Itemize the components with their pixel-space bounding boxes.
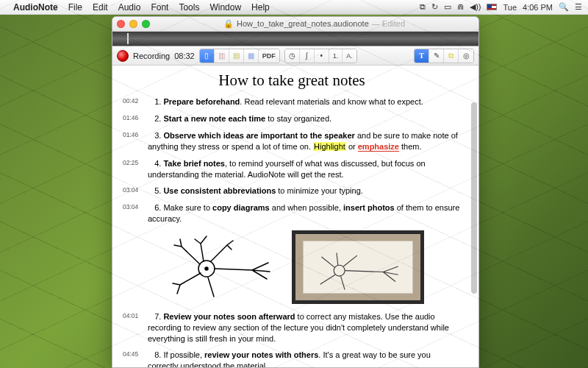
highlighted-text: Highlight: [313, 142, 346, 151]
clock-time: 4:06 PM: [523, 3, 553, 12]
alpha-tool[interactable]: A.: [343, 49, 356, 63]
sync-icon[interactable]: ↻: [431, 2, 438, 12]
zoom-icon[interactable]: [142, 20, 150, 28]
menu-tools[interactable]: Tools: [179, 2, 199, 13]
spotlight-icon[interactable]: 🔍: [559, 2, 569, 12]
menubar-app-name[interactable]: AudioNote: [13, 2, 58, 13]
pencil-tool[interactable]: ✎: [429, 49, 444, 63]
lock-icon: 🔒: [223, 19, 234, 29]
recording-label: Recording: [133, 52, 170, 60]
close-icon[interactable]: [117, 20, 125, 28]
macos-menubar: AudioNote File Edit Audio Font Tools Win…: [0, 0, 588, 15]
edited-label: — Edited: [372, 19, 405, 29]
draw-group: T ✎ ⧉ ◎: [414, 49, 474, 63]
diagram-row: [159, 230, 461, 304]
recording-time: 08:32: [174, 52, 195, 60]
dropbox-icon[interactable]: ⧉: [420, 2, 426, 12]
window-filename: How_to_take_great_notes.audionote: [237, 19, 369, 29]
window-titlebar[interactable]: 🔒 How_to_take_great_notes.audionote — Ed…: [112, 17, 478, 32]
timestamp[interactable]: 03:04: [123, 185, 148, 197]
timestamp[interactable]: 01:46: [123, 113, 148, 124]
insert-group: ◷ ∫ • 1. A.: [284, 49, 357, 63]
note-row: 04:45 8. If possible, review your notes …: [123, 350, 461, 367]
vertical-scrollbar[interactable]: [471, 102, 477, 294]
paper-lined[interactable]: ▤: [229, 49, 244, 63]
minimize-icon[interactable]: [129, 20, 137, 28]
note-row: 04:01 7. Review your notes soon afterwar…: [123, 311, 461, 344]
flag-icon[interactable]: [487, 4, 497, 10]
timestamp[interactable]: 02:25: [123, 158, 148, 180]
document-area[interactable]: How to take great notes 00:42 1. Prepare…: [112, 66, 478, 367]
app-window: 🔒 How_to_take_great_notes.audionote — Ed…: [112, 16, 479, 368]
note-row: 01:46 2. Start a new note each time to s…: [123, 113, 461, 124]
playhead[interactable]: [127, 33, 129, 44]
note-row: 03:04 5. Use consistent abbreviations to…: [123, 185, 461, 197]
volume-icon[interactable]: ◀)): [470, 2, 481, 12]
battery-icon[interactable]: ▭: [444, 2, 451, 12]
menu-edit[interactable]: Edit: [93, 2, 108, 13]
note-row: 03:04 6. Make sure to copy diagrams and …: [123, 202, 461, 224]
paper-narrow[interactable]: ▥: [215, 49, 229, 63]
paper-style-group: ▯ ▥ ▤ ▦ PDF: [199, 49, 280, 63]
timestamp-tool[interactable]: ◷: [285, 49, 300, 63]
integral-tool[interactable]: ∫: [300, 49, 315, 63]
paper-grid[interactable]: ▦: [244, 49, 259, 63]
svg-point-1: [205, 267, 208, 270]
note-row: 01:46 3. Observe which ideas are importa…: [123, 130, 461, 152]
export-pdf[interactable]: PDF: [259, 49, 279, 63]
drawer-icon[interactable]: ☰: [575, 2, 582, 12]
timestamp[interactable]: 04:45: [123, 350, 148, 367]
record-button[interactable]: [117, 50, 129, 62]
camera-tool[interactable]: ◎: [459, 49, 473, 63]
menu-help[interactable]: Help: [251, 2, 270, 13]
bullet-tool[interactable]: •: [315, 49, 329, 63]
toolbar: Recording 08:32 ▯ ▥ ▤ ▦ PDF ◷ ∫ • 1. A. …: [112, 46, 478, 66]
clock-day: Tue: [503, 3, 517, 12]
highlighter-tool[interactable]: ⧉: [444, 49, 459, 63]
timestamp[interactable]: 00:42: [123, 96, 148, 107]
neuron-sketch: [159, 233, 277, 301]
inserted-photo[interactable]: [292, 230, 424, 304]
timestamp[interactable]: 01:46: [123, 130, 148, 152]
note-row: 00:42 1. Prepare beforehand. Read releva…: [123, 96, 461, 107]
paper-blank[interactable]: ▯: [200, 49, 215, 63]
note-row: 02:25 4. Take brief notes, to remind you…: [123, 158, 461, 180]
text-tool[interactable]: T: [415, 49, 429, 63]
numbered-tool[interactable]: 1.: [329, 49, 343, 63]
wifi-icon[interactable]: ⋒: [457, 2, 464, 12]
page-title: How to take great notes: [123, 70, 461, 91]
emphasized-text: emphasize: [358, 142, 399, 152]
menu-audio[interactable]: Audio: [118, 2, 141, 13]
svg-point-2: [334, 265, 345, 276]
timestamp[interactable]: 04:01: [123, 311, 148, 344]
menu-file[interactable]: File: [68, 2, 82, 13]
menu-font[interactable]: Font: [151, 2, 168, 13]
audio-timeline[interactable]: [112, 32, 478, 46]
timestamp[interactable]: 03:04: [123, 202, 148, 224]
menu-window[interactable]: Window: [209, 2, 241, 13]
